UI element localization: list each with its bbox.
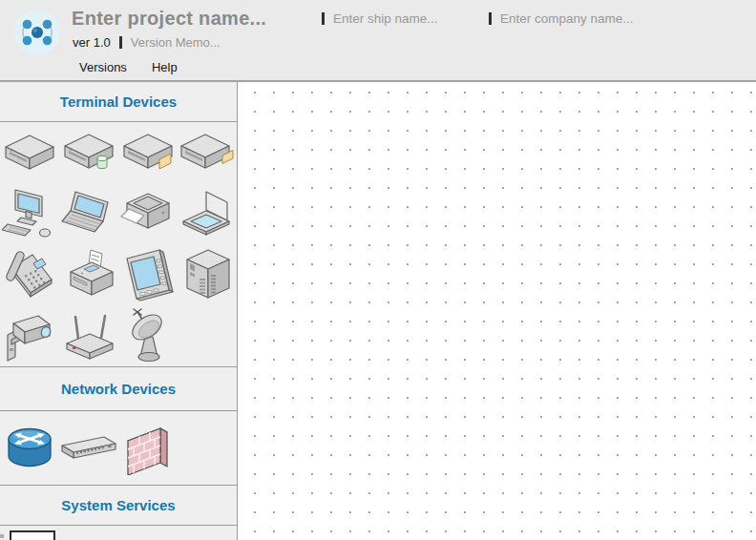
app-window: Enter project name... ver 1.0 Version Me… <box>0 0 756 540</box>
menu-bar: Versions Help <box>79 60 178 74</box>
section-network-devices: Network Devices <box>0 366 237 411</box>
palette-row <box>0 526 237 540</box>
palette-item-satellite-antenna[interactable] <box>118 305 178 366</box>
palette-item-fax-machine[interactable] <box>59 244 118 305</box>
palette-item-desktop-computer[interactable] <box>0 183 59 244</box>
server-card-icon <box>121 133 175 173</box>
server-database-icon <box>62 133 116 173</box>
router-icon <box>5 424 54 473</box>
app-logo <box>13 9 61 56</box>
scanner-icon <box>179 190 235 238</box>
palette-item-laptop[interactable] <box>59 183 118 244</box>
version-memo-input[interactable]: Version Memo... <box>131 35 220 50</box>
company-name-placeholder: Enter company name... <box>500 11 634 26</box>
partial-icon-fragment <box>0 534 4 538</box>
field-separator <box>322 12 325 25</box>
palette-item-server-card-alt[interactable] <box>178 122 237 183</box>
palette-item-scanner[interactable] <box>178 183 237 244</box>
palette-spacer <box>178 305 237 366</box>
version-label: ver 1.0 <box>73 35 111 50</box>
palette-item-network-switch[interactable] <box>59 411 118 485</box>
palette-row <box>0 411 237 485</box>
section-system-services: System Services <box>0 485 237 526</box>
printer-icon <box>120 190 176 238</box>
menu-help[interactable]: Help <box>152 60 178 74</box>
palette-item-printer[interactable] <box>118 183 178 244</box>
ship-name-placeholder: Enter ship name... <box>333 11 438 26</box>
field-separator <box>119 36 122 49</box>
hmi-terminal-icon <box>121 247 175 302</box>
network-topology-logo-icon <box>13 9 61 56</box>
cctv-camera-icon <box>2 310 57 362</box>
palette-item-display-partial[interactable] <box>10 530 55 540</box>
server-icon <box>3 134 56 172</box>
palette-row <box>0 244 237 305</box>
section-terminal-devices: Terminal Devices <box>0 82 237 122</box>
device-palette: Terminal Devices <box>0 82 238 540</box>
menu-versions[interactable]: Versions <box>79 60 127 74</box>
palette-row <box>0 122 237 183</box>
mainframe-icon <box>181 247 233 302</box>
header-bar: Enter project name... ver 1.0 Version Me… <box>0 0 756 82</box>
palette-item-server-card[interactable] <box>118 122 178 183</box>
palette-item-ip-phone[interactable] <box>0 244 59 305</box>
firewall-icon <box>124 422 172 475</box>
palette-item-firewall[interactable] <box>118 411 178 485</box>
project-name-input[interactable]: Enter project name... <box>72 8 266 30</box>
ip-phone-icon <box>2 247 57 302</box>
palette-item-router[interactable] <box>0 411 59 485</box>
palette-item-wireless-access-point[interactable] <box>59 305 118 366</box>
field-separator <box>489 12 492 25</box>
version-row: ver 1.0 Version Memo... <box>73 35 220 50</box>
satellite-antenna-icon <box>123 308 173 363</box>
fax-machine-icon <box>61 249 116 301</box>
wireless-access-point-icon <box>61 311 116 361</box>
laptop-icon <box>61 190 116 238</box>
palette-item-hmi-terminal[interactable] <box>118 244 178 305</box>
desktop-computer-icon <box>2 187 57 240</box>
diagram-canvas[interactable] <box>238 82 756 540</box>
company-name-input[interactable]: Enter company name... <box>489 11 634 26</box>
palette-item-cctv-camera[interactable] <box>0 305 59 366</box>
palette-row <box>0 183 237 244</box>
ship-name-input[interactable]: Enter ship name... <box>322 11 438 26</box>
palette-row <box>0 305 237 366</box>
network-switch-icon <box>60 431 117 466</box>
server-card-alt-icon <box>180 133 234 173</box>
palette-item-server-database[interactable] <box>59 122 118 183</box>
palette-item-mainframe[interactable] <box>178 244 237 305</box>
palette-item-server[interactable] <box>0 122 59 183</box>
